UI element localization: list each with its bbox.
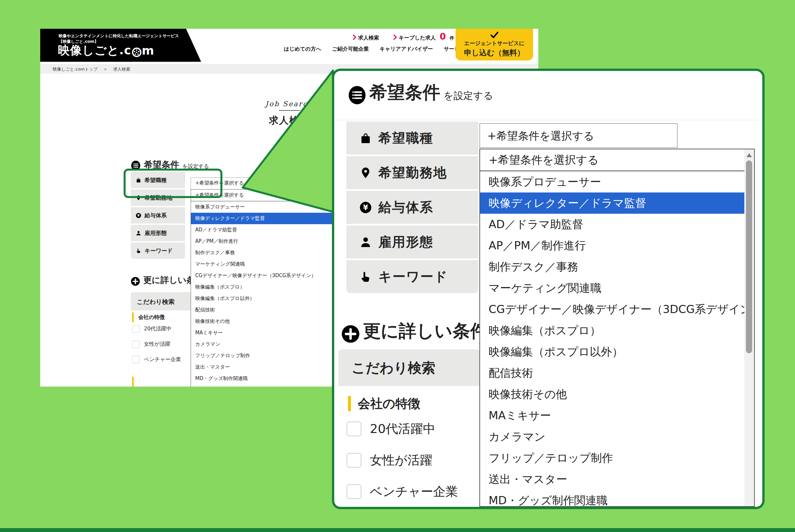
dropdown-option[interactable]: 送出・マスター: [191, 361, 339, 373]
dropdown-option[interactable]: 配信技術: [480, 362, 754, 384]
criteria-row-label: 希望勤務地: [145, 194, 172, 202]
criteria-row-pin[interactable]: 希望勤務地: [131, 190, 185, 206]
dropdown-option-selected[interactable]: 映像ディレクター／ドラマ監督: [480, 192, 754, 214]
dropdown-option[interactable]: 映像編集（ポスプロ）: [191, 281, 339, 293]
dropdown-option[interactable]: AD／ドラマ助監督: [191, 224, 339, 235]
job-type-select-small[interactable]: +希望条件を選択する: [191, 177, 326, 190]
dropdown-option[interactable]: +希望条件を選択する: [480, 149, 754, 171]
criteria-row-briefcase[interactable]: 希望職種: [346, 121, 478, 155]
dropdown-option[interactable]: CGデザイナー／映像デザイナー（3DCG系デザイン）: [191, 270, 339, 281]
criteria-rows-small: 希望職種希望勤務地¥給与体系雇用形態キーワード: [131, 172, 185, 260]
dropdown-option[interactable]: カメラマン: [191, 339, 339, 350]
dropdown-option[interactable]: 制作デスク／事務: [480, 256, 754, 278]
dropdown-option[interactable]: MAミキサー: [191, 327, 339, 339]
criteria-row-label: 雇用形態: [145, 229, 167, 237]
dropdown-option[interactable]: AD／ドラマ助監督: [480, 214, 754, 235]
divider: [334, 120, 762, 120]
criteria-row-label: 希望職種: [378, 129, 433, 147]
job-type-select-large[interactable]: +希望条件を選択する: [479, 123, 678, 148]
hand-icon: [359, 270, 372, 283]
checkbox[interactable]: [132, 356, 140, 363]
kodawari-search-header-small: こだわり検索: [131, 292, 200, 310]
dropdown-option[interactable]: 映像編集（ポスプロ以外）: [480, 341, 754, 362]
dropdown-option[interactable]: カメラマン: [480, 426, 754, 448]
dropdown-option[interactable]: AP／PM／制作進行: [480, 235, 754, 256]
pin-icon: [359, 167, 372, 179]
criteria-row-yen[interactable]: ¥給与体系: [346, 191, 478, 224]
checkbox-label: 20代活躍中: [144, 325, 171, 332]
site-tagline-line1: 映像やエンタテインメントに特化した転職エージェントサービス: [58, 33, 179, 39]
company-features-label-small: 会社の特徴: [138, 312, 165, 322]
criteria-row-person[interactable]: 雇用形態: [131, 225, 185, 241]
secondary-nav: はじめての方へご紹介可能企業キャリアアドバイザーサービス紹介: [284, 46, 476, 53]
criteria-row-hand[interactable]: キーワード: [346, 260, 478, 293]
dropdown-option[interactable]: 映像系プロデューサー: [480, 171, 754, 192]
criteria-row-person[interactable]: 雇用形態: [346, 226, 478, 259]
site-logo[interactable]: 映像しごと.c m: [58, 42, 154, 58]
breadcrumb-home-link[interactable]: 映像しごと.comトップ: [53, 66, 98, 72]
company-feature-checkboxes-small: 20代活躍中女性が活躍ベンチャー企業: [132, 325, 181, 372]
section-title: 更に詳しい条件: [363, 319, 488, 343]
checkbox[interactable]: [347, 484, 362, 499]
checkbox[interactable]: [132, 325, 140, 332]
agent-signup-button[interactable]: エージェントサービスに 申し込む（無料）: [456, 29, 533, 60]
dropdown-option[interactable]: フリップ／テロップ制作: [191, 350, 339, 361]
section-title: 希望条件: [144, 159, 179, 171]
briefcase-icon: [359, 132, 372, 145]
criteria-row-yen[interactable]: ¥給与体系: [131, 207, 185, 224]
person-icon: [359, 236, 372, 248]
dropdown-option[interactable]: MAミキサー: [480, 405, 754, 426]
dropdown-option[interactable]: MD・グッズ制作関連職: [191, 373, 339, 384]
site-logo-text-pre: 映像しごと.c: [58, 42, 131, 58]
nav-link-kept-jobs[interactable]: キープした求人 0 件: [392, 31, 454, 41]
dropdown-option[interactable]: 制作デスク／事務: [191, 247, 339, 259]
dropdown-option[interactable]: 映像系プロデューサー: [191, 201, 339, 213]
dropdown-option-selected[interactable]: 映像ディレクター／ドラマ監督: [191, 213, 339, 224]
dropdown-option[interactable]: フリップ／テロップ制作: [480, 448, 754, 469]
nav-link-0[interactable]: はじめての方へ: [284, 46, 321, 53]
nav-link-2[interactable]: キャリアアドバイザー: [380, 46, 433, 53]
criteria-row-hand[interactable]: キーワード: [131, 243, 185, 259]
dropdown-option[interactable]: 映像編集（ポスプロ以外）: [191, 293, 339, 304]
dropdown-option[interactable]: 配信技術: [191, 304, 339, 316]
checkbox[interactable]: [347, 453, 362, 468]
checkbox-row-1: 女性が活躍: [347, 454, 458, 467]
section-title-suffix: を設定する: [443, 89, 493, 104]
dropdown-option[interactable]: イベント関連職: [191, 384, 339, 386]
dropdown-option[interactable]: 映像技術その他: [191, 316, 339, 327]
nav-link-1[interactable]: ご紹介可能企業: [332, 46, 369, 53]
criteria-row-briefcase[interactable]: 希望職種: [131, 172, 185, 188]
criteria-row-label: 給与体系: [378, 198, 433, 216]
criteria-row-label: キーワード: [145, 247, 173, 254]
screenshot-canvas: 映像やエンタテインメントに特化した転職エージェントサービス 【映像しごと.com…: [0, 0, 795, 532]
scrollbar-thumb[interactable]: [746, 160, 752, 353]
dropdown-option[interactable]: マーケティング関連職: [191, 259, 339, 270]
next-group-accent-bar: [132, 377, 134, 386]
yen-icon: ¥: [359, 201, 372, 214]
criteria-row-pin[interactable]: 希望勤務地: [346, 156, 478, 189]
dropdown-option[interactable]: +希望条件を選択する: [191, 190, 339, 201]
film-reel-icon: [132, 46, 142, 56]
dropdown-option[interactable]: 映像編集（ポスプロ）: [480, 320, 754, 341]
site-logo-text-post: m: [142, 44, 155, 57]
dropdown-option[interactable]: AP／PM／制作進行: [191, 235, 339, 247]
pin-icon: [136, 195, 141, 201]
company-feature-checkboxes-large: 20代活躍中女性が活躍ベンチャー企業: [347, 422, 458, 509]
dropdown-option[interactable]: マーケティング関連職: [480, 278, 754, 299]
list-circle-icon: [131, 160, 141, 171]
nav-link-job-search[interactable]: 求人検索: [352, 35, 379, 41]
checkbox-row-0: 20代活躍中: [132, 325, 181, 332]
job-type-dropdown-small: +希望条件を選択する映像系プロデューサー映像ディレクター／ドラマ監督AD／ドラマ…: [191, 189, 339, 386]
kodawari-search-header-large: こだわり検索: [338, 349, 480, 386]
group-accent-bar: [132, 312, 134, 322]
checkbox[interactable]: [132, 341, 140, 348]
zoom-callout-panel: 希望条件 を設定する 希望職種希望勤務地¥給与体系雇用形態キーワード +希望条件…: [332, 69, 764, 509]
dropdown-option[interactable]: 映像技術その他: [480, 384, 754, 405]
criteria-row-label: 希望職種: [145, 176, 167, 184]
checkbox[interactable]: [347, 421, 362, 436]
dropdown-option[interactable]: MD・グッズ制作関連職: [480, 490, 754, 507]
dropdown-option[interactable]: CGデザイナー／映像デザイナー（3DCG系デザイン）: [480, 299, 754, 320]
scroll-up-arrow-icon[interactable]: [746, 153, 752, 157]
dropdown-scrollbar[interactable]: [744, 149, 754, 506]
dropdown-option[interactable]: 送出・マスター: [480, 469, 754, 490]
